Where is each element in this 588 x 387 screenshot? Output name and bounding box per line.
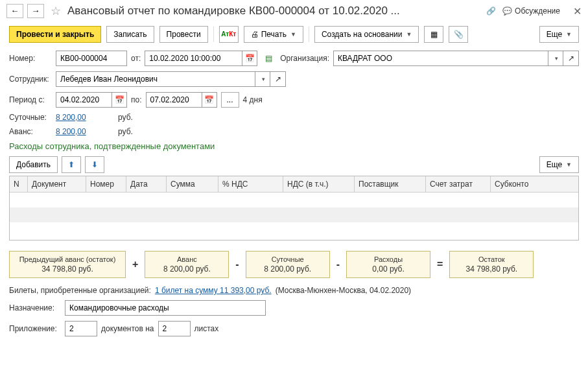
sheets-label: листах [194, 324, 219, 333]
col-supplier[interactable]: Поставщик [355, 176, 426, 192]
discussion-link[interactable]: 💬 Обсуждение [502, 6, 560, 16]
dtkt-button[interactable]: АтКт [219, 26, 239, 43]
page-title: Авансовый отчет по командировке КВ00-000… [67, 5, 400, 18]
period-to-field[interactable] [146, 92, 202, 108]
col-date[interactable]: Дата [126, 176, 167, 192]
chevron-down-icon: ▾ [262, 76, 265, 82]
period-from-label: Период с: [9, 95, 52, 104]
period-select-button[interactable]: ... [221, 92, 239, 108]
calendar-button[interactable]: 📅 [202, 92, 217, 108]
summary-exp-label: Расходы [353, 255, 423, 263]
attach-sheets-field[interactable] [158, 321, 191, 336]
post-button[interactable]: Провести [159, 26, 208, 43]
attach-button[interactable]: 📎 [449, 26, 468, 43]
col-num[interactable]: Номер [86, 176, 126, 192]
expenses-section-title: Расходы сотрудника, подтвержденные докум… [9, 141, 579, 151]
number-label: Номер: [9, 54, 52, 63]
star-icon[interactable]: ☆ [51, 4, 61, 18]
chevron-down-icon: ▼ [406, 31, 412, 38]
structure-button[interactable]: ▦ [424, 26, 443, 43]
create-based-button[interactable]: Создать на основании ▼ [314, 26, 419, 43]
table-body[interactable] [10, 193, 578, 238]
summary-rest-value: 34 798,80 руб. [456, 264, 526, 274]
purpose-field[interactable] [65, 300, 266, 316]
rub-label: руб. [118, 127, 133, 136]
summary-exp-value: 0,00 руб. [353, 264, 423, 274]
col-subconto[interactable]: Субконто [491, 176, 578, 192]
arrow-up-icon: ⬆ [68, 161, 75, 169]
calendar-button[interactable]: 📅 [112, 92, 127, 108]
employee-field[interactable] [56, 71, 255, 87]
tickets-link[interactable]: 1 билет на сумму 11 393,00 руб. [155, 286, 272, 295]
org-field[interactable] [333, 51, 548, 66]
days-label: 4 дня [243, 95, 263, 104]
org-select-button[interactable]: ▾ [548, 51, 563, 66]
calendar-button[interactable]: 📅 [242, 51, 257, 66]
nav-forward-button[interactable]: → [27, 4, 44, 18]
nav-back-button[interactable]: ← [6, 4, 23, 18]
number-field[interactable] [56, 51, 127, 66]
add-button[interactable]: Добавить [9, 156, 58, 173]
print-button[interactable]: 🖨 Печать ▼ [244, 26, 303, 43]
discussion-label: Обсуждение [515, 6, 560, 16]
link-icon[interactable]: 🔗 [486, 7, 496, 15]
table-more-button[interactable]: Еще ▼ [539, 156, 579, 173]
dtkt-icon: АтКт [221, 31, 236, 38]
open-icon: ↗ [568, 54, 574, 62]
doc-icon: ▤ [265, 54, 272, 62]
calendar-icon: 📅 [204, 96, 214, 104]
per-diem-link[interactable]: 8 200,00 [56, 113, 114, 122]
chevron-down-icon: ▼ [566, 31, 572, 38]
printer-icon: 🖨 [251, 30, 259, 38]
chat-icon: 💬 [502, 7, 512, 15]
attach-count-field[interactable] [65, 321, 97, 336]
col-vat-pct[interactable]: % НДС [218, 176, 283, 192]
employee-select-button[interactable]: ▾ [255, 71, 270, 87]
org-open-button[interactable]: ↗ [563, 51, 579, 66]
chevron-down-icon: ▼ [290, 31, 296, 38]
col-vat[interactable]: НДС (в т.ч.) [283, 176, 355, 192]
plus-icon: + [132, 259, 138, 270]
more-label: Еще [547, 30, 562, 39]
summary-prev-value: 34 798,80 руб. [16, 264, 119, 274]
col-n[interactable]: N [10, 176, 28, 192]
table-row [10, 193, 578, 207]
create-based-label: Создать на основании [322, 30, 403, 39]
separator [213, 27, 214, 42]
minus-icon: - [336, 259, 340, 270]
summary-expenses: Расходы 0,00 руб. [346, 251, 430, 278]
open-icon: ↗ [275, 75, 281, 83]
purpose-label: Назначение: [9, 303, 61, 312]
summary-adv-label: Аванс [152, 255, 222, 263]
summary-prev: Предыдущий аванс (остаток) 34 798,80 руб… [9, 251, 126, 278]
expenses-table[interactable]: N Документ Номер Дата Сумма % НДС НДС (в… [9, 176, 579, 240]
employee-open-button[interactable]: ↗ [270, 71, 286, 87]
paperclip-icon: 📎 [454, 30, 464, 38]
employee-label: Сотрудник: [9, 75, 52, 84]
chevron-down-icon: ▾ [555, 55, 558, 62]
more-button[interactable]: Еще ▼ [539, 26, 579, 43]
save-button[interactable]: Записать [106, 26, 154, 43]
advance-link[interactable]: 8 200,00 [56, 127, 114, 136]
advance-label: Аванс: [9, 127, 52, 136]
table-row [10, 222, 578, 237]
print-label: Печать [261, 30, 287, 39]
move-down-button[interactable]: ⬇ [85, 156, 104, 173]
table-more-label: Еще [547, 160, 562, 169]
attach-label: Приложение: [9, 324, 61, 333]
arrow-down-icon: ⬇ [91, 161, 98, 169]
close-button[interactable]: ✕ [573, 5, 582, 18]
period-from-field[interactable] [56, 92, 112, 108]
col-account[interactable]: Счет затрат [426, 176, 491, 192]
calendar-icon: 📅 [245, 54, 255, 62]
docs-on-label: документов на [101, 324, 154, 333]
col-sum[interactable]: Сумма [167, 176, 218, 192]
post-and-close-button[interactable]: Провести и закрыть [9, 26, 101, 43]
move-up-button[interactable]: ⬆ [62, 156, 81, 173]
minus-icon: - [235, 259, 239, 270]
date-field[interactable] [145, 51, 242, 66]
summary-adv-value: 8 200,00 руб. [152, 264, 222, 274]
table-row [10, 207, 578, 222]
calendar-icon: 📅 [115, 96, 124, 104]
col-doc[interactable]: Документ [28, 176, 86, 192]
